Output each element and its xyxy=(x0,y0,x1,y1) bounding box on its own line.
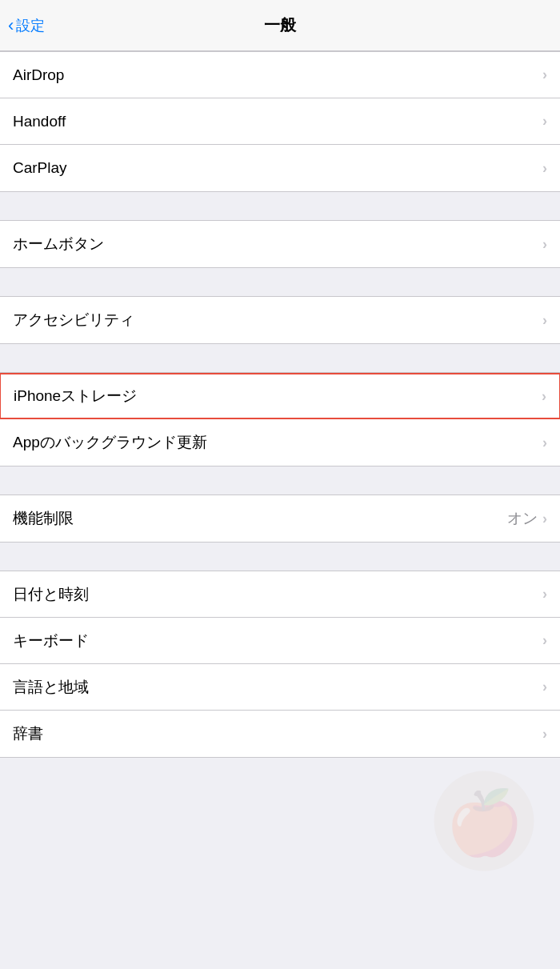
iphone-storage-right: › xyxy=(542,388,546,405)
list-item-language-region[interactable]: 言語と地域 › xyxy=(0,664,560,711)
spacer-2 xyxy=(0,268,560,296)
svg-text:🍎: 🍎 xyxy=(446,786,524,860)
restrictions-right: オン › xyxy=(507,508,547,529)
date-time-right: › xyxy=(542,586,547,603)
section-accessibility: アクセシビリティ › xyxy=(0,296,560,344)
language-region-chevron-icon: › xyxy=(542,679,547,695)
section-storage: iPhoneストレージ › Appのバックグラウンド更新 › xyxy=(0,372,560,466)
list-item-app-refresh[interactable]: Appのバックグラウンド更新 › xyxy=(0,419,560,466)
back-label: 設定 xyxy=(16,16,45,35)
list-item-handoff[interactable]: Handoff › xyxy=(0,98,560,145)
restrictions-label: 機能制限 xyxy=(13,508,74,529)
handoff-label: Handoff xyxy=(13,113,66,130)
carplay-label: CarPlay xyxy=(13,159,67,177)
list-item-home-button[interactable]: ホームボタン › xyxy=(0,221,560,267)
home-button-label: ホームボタン xyxy=(13,234,104,254)
navigation-bar: ‹ 設定 一般 xyxy=(0,0,560,51)
spacer-3 xyxy=(0,344,560,372)
date-time-chevron-icon: › xyxy=(542,586,547,603)
spacer-5 xyxy=(0,543,560,571)
list-item-carplay[interactable]: CarPlay › xyxy=(0,145,560,191)
section-datetime: 日付と時刻 › キーボード › 言語と地域 › 辞書 › xyxy=(0,571,560,758)
dictionary-right: › xyxy=(542,726,547,743)
airdrop-label: AirDrop xyxy=(13,66,64,84)
app-refresh-right: › xyxy=(542,434,547,451)
svg-point-0 xyxy=(434,771,534,871)
list-item-restrictions[interactable]: 機能制限 オン › xyxy=(0,495,560,542)
keyboard-label: キーボード xyxy=(13,631,89,651)
accessibility-chevron-icon: › xyxy=(542,312,547,329)
dictionary-label: 辞書 xyxy=(13,723,43,744)
keyboard-chevron-icon: › xyxy=(542,632,547,649)
restrictions-value: オン xyxy=(507,508,538,529)
carplay-chevron-icon: › xyxy=(542,160,547,177)
list-item-accessibility[interactable]: アクセシビリティ › xyxy=(0,297,560,343)
section-connectivity: AirDrop › Handoff › CarPlay › xyxy=(0,51,560,192)
list-item-dictionary[interactable]: 辞書 › xyxy=(0,711,560,757)
carplay-right: › xyxy=(542,160,547,177)
accessibility-label: アクセシビリティ xyxy=(13,310,134,330)
handoff-right: › xyxy=(542,113,547,130)
accessibility-right: › xyxy=(542,312,547,329)
back-button[interactable]: ‹ 設定 xyxy=(8,16,45,35)
restrictions-chevron-icon: › xyxy=(542,511,547,527)
language-region-label: 言語と地域 xyxy=(13,677,89,698)
spacer-4 xyxy=(0,466,560,495)
date-time-label: 日付と時刻 xyxy=(13,584,89,605)
dictionary-chevron-icon: › xyxy=(542,726,547,743)
list-item-date-time[interactable]: 日付と時刻 › xyxy=(0,571,560,618)
airdrop-chevron-icon: › xyxy=(542,66,547,83)
home-button-right: › xyxy=(542,236,547,253)
keyboard-right: › xyxy=(542,632,547,649)
iphone-storage-label: iPhoneストレージ xyxy=(14,386,137,406)
list-item-keyboard[interactable]: キーボード › xyxy=(0,618,560,664)
section-restrictions: 機能制限 オン › xyxy=(0,495,560,543)
airdrop-right: › xyxy=(542,66,547,83)
back-chevron-icon: ‹ xyxy=(8,17,14,34)
handoff-chevron-icon: › xyxy=(542,113,547,130)
list-item-iphone-storage[interactable]: iPhoneストレージ › xyxy=(0,373,560,419)
app-refresh-label: Appのバックグラウンド更新 xyxy=(13,432,207,453)
language-region-right: › xyxy=(542,679,547,695)
spacer-1 xyxy=(0,192,560,220)
app-refresh-chevron-icon: › xyxy=(542,434,547,451)
home-button-chevron-icon: › xyxy=(542,236,547,253)
watermark: 🍎 xyxy=(432,769,536,873)
page-title: 一般 xyxy=(264,14,296,36)
list-item-airdrop[interactable]: AirDrop › xyxy=(0,52,560,98)
section-home: ホームボタン › xyxy=(0,220,560,268)
iphone-storage-chevron-icon: › xyxy=(542,388,546,405)
